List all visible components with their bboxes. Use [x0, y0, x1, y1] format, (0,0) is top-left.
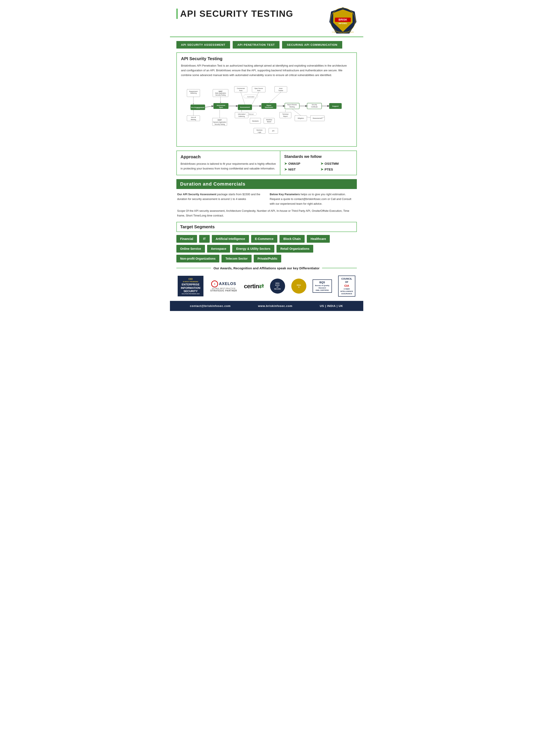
tag-healthcare: Healthcare — [307, 235, 330, 243]
tag-aerospace: Aerospace — [207, 245, 230, 253]
page-title: API SECURITY TESTING — [176, 9, 294, 19]
cio-main: ENTERPRISEINFORMATIONSECURITY — [180, 283, 201, 293]
defence-text: INDIABOOKOFRECORD — [273, 281, 281, 291]
standard-osstmm: ➤ OSSTMM — [321, 162, 352, 166]
svg-text:DAST: DAST — [218, 120, 222, 121]
divider-line-right — [322, 268, 357, 268]
svg-line-88 — [307, 117, 310, 118]
axelos-logo: A AXELOS — [210, 281, 238, 287]
awards-divider: Our Awards, Recognition and Affiliations… — [176, 266, 357, 270]
svg-text:Report: Report — [283, 116, 288, 117]
award-cio: CIO 20 MOST PROMISING ENTERPRISEINFORMAT… — [178, 276, 204, 296]
svg-text:BRISK: BRISK — [338, 18, 347, 21]
duration-left: Our API Security Assessment package star… — [177, 192, 264, 206]
tag-blockchain: Block Chain — [279, 235, 305, 243]
svg-text:Open Source: Open Source — [254, 88, 263, 89]
svg-line-53 — [269, 92, 281, 103]
svg-text:Commercial: Commercial — [237, 88, 245, 89]
divider-line-left — [176, 268, 211, 268]
svg-text:Gathering: Gathering — [238, 116, 245, 117]
svg-line-85 — [292, 109, 301, 116]
svg-text:Business: Business — [257, 129, 263, 131]
standard-ptes: ➤ PTES — [321, 167, 352, 172]
bqs-abbr: BQS — [314, 281, 331, 284]
axelos-badge: A AXELOS GLOBAL BEST PRACTICE STRATEGIC … — [210, 281, 238, 292]
svg-text:Meeting: Meeting — [191, 119, 196, 121]
svg-text:CYBER TRUST & ASSURANCE: CYBER TRUST & ASSURANCE — [332, 31, 353, 33]
svg-text:Logic: Logic — [258, 131, 261, 133]
svg-text:Reassessment: Reassessment — [313, 118, 322, 119]
tab-api-penetration-test[interactable]: API Penetration Test — [233, 41, 279, 48]
bqs-inner: BQS Bureau of Quality Standard ISML CERT… — [313, 280, 332, 293]
tab-securing-api-communication[interactable]: Securing API Communication — [282, 41, 342, 48]
cio-promising: 20 MOST PROMISING — [180, 281, 201, 283]
svg-rect-50 — [274, 87, 287, 92]
tags-row-2: Online Service Aerospace Energy & Utilit… — [176, 245, 357, 253]
api-section-body: BriskInfosec API Penetration Test is an … — [181, 63, 352, 77]
svg-text:Certificate: Certificate — [311, 106, 318, 108]
approach-box: Approach BriskInfosec process is tailore… — [176, 150, 281, 175]
logo-badge: BRISK INFOSEC CYBER TRUST & ASSURANCE — [329, 7, 357, 34]
duration-left-bold: Our API Security Assessment — [177, 193, 216, 196]
council-sub: CYBER INTELLIGENCEASSURANCE — [340, 288, 353, 295]
target-title: Target Segments — [176, 222, 357, 232]
svg-rect-44 — [252, 87, 265, 92]
tag-telecom: Telecom Sector — [221, 255, 251, 262]
svg-text:Static Application: Static Application — [215, 93, 226, 94]
standards-box: Standards we follow ➤ OWASP ➤ OSSTMM ➤ N… — [280, 150, 357, 175]
chevron-icon: ➤ — [321, 162, 323, 166]
council-name: COUNCIL OF — [340, 277, 353, 284]
svg-text:Security Testing: Security Testing — [214, 123, 225, 125]
svg-text:Tools: Tools — [257, 90, 260, 91]
svg-text:Dynamic Application: Dynamic Application — [213, 122, 226, 123]
axelos-partner: STRATEGIC PARTNER — [210, 289, 238, 292]
award-defence: INDIABOOKOFRECORD — [270, 279, 285, 294]
duration-section: Duration and Commercials Our API Securit… — [176, 179, 357, 218]
tab-api-security-assessment[interactable]: API Security Assessment — [176, 41, 230, 48]
award-axelos: A AXELOS GLOBAL BEST PRACTICE STRATEGIC … — [210, 281, 238, 292]
standards-grid: ➤ OWASP ➤ OSSTMM ➤ NIST ➤ PTES — [284, 162, 352, 172]
svg-text:Requirement: Requirement — [189, 91, 197, 92]
defence-badge: INDIABOOKOFRECORD — [270, 279, 285, 294]
svg-text:SAST: SAST — [218, 91, 223, 92]
svg-text:Pre Engagement: Pre Engagement — [191, 107, 205, 109]
svg-text:Mitigation: Mitigation — [297, 118, 304, 119]
svg-text:Manual: Manual — [249, 114, 254, 115]
svg-text:Security Testing: Security Testing — [215, 94, 226, 96]
nav-tabs: API Security Assessment API Penetration … — [170, 37, 363, 52]
certin-arrow: ⇄ — [259, 283, 264, 289]
svg-text:Tracker: Tracker — [278, 90, 283, 91]
svg-text:INFOSEC: INFOSEC — [338, 22, 347, 24]
tag-energy: Energy & Utility Sectors — [232, 245, 274, 253]
duration-scope: Scope Of the API security assessment, Ar… — [176, 208, 357, 218]
cio-badge: CIO 20 MOST PROMISING ENTERPRISEINFORMAT… — [178, 276, 204, 296]
axelos-circle: A — [211, 281, 218, 287]
chevron-icon: ➤ — [321, 167, 323, 172]
svg-text:Assessment: Assessment — [240, 107, 250, 108]
svg-text:Based: Based — [267, 121, 271, 122]
svg-text:Meeting: Meeting — [289, 106, 295, 108]
duration-right: Below Key Parameters helps us to give yo… — [270, 192, 356, 206]
tags-row-1: Financial IT Artificial Intelligence E-C… — [176, 235, 357, 243]
svg-text:Submission: Submission — [265, 107, 273, 108]
awards-logos: CIO 20 MOST PROMISING ENTERPRISEINFORMAT… — [176, 273, 357, 301]
process-diagram: Pre Engagement Assessment Types Assessme… — [181, 80, 352, 141]
svg-text:Tools: Tools — [239, 90, 242, 91]
standard-label: OSSTMM — [324, 162, 339, 165]
api-section-title: API Security Testing — [181, 56, 352, 61]
svg-text:Report: Report — [266, 105, 271, 106]
cio-sub: SOLUTION PROVIDERS 2018 — [180, 293, 201, 295]
tag-online-service: Online Service — [176, 245, 205, 253]
standard-label: NIST — [288, 168, 295, 171]
footer-locations: US | INDIA | UK — [320, 304, 343, 308]
award-council: COUNCIL OF CIA CYBER INTELLIGENCEASSURAN… — [338, 276, 355, 297]
award-certin: certin⇄ — [244, 283, 264, 290]
tag-it: IT — [199, 235, 210, 243]
tags-row-3: Non-profit Organizations Telecom Sector … — [176, 255, 357, 262]
axelos-sub: GLOBAL BEST PRACTICE — [210, 287, 238, 289]
award-india-gold: INDIA★ — [291, 279, 306, 294]
standard-label: PTES — [324, 168, 333, 171]
approach-title: Approach — [181, 154, 276, 159]
council-cia: CIA — [340, 284, 353, 288]
target-section: Target Segments Financial IT Artificial … — [176, 222, 357, 262]
